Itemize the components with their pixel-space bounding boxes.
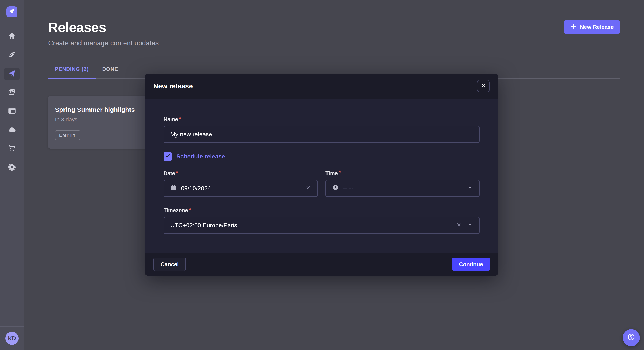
time-input[interactable]: --:-- <box>326 180 480 197</box>
schedule-release-row: Schedule release <box>164 152 480 161</box>
user-avatar[interactable]: KD <box>5 332 18 345</box>
sidebar-item-media[interactable] <box>4 86 20 99</box>
sidebar-item-pages[interactable] <box>4 105 20 118</box>
new-release-button[interactable]: New Release <box>564 20 620 34</box>
check-icon <box>165 153 170 160</box>
help-button[interactable] <box>623 329 640 346</box>
sidebar-footer: KD <box>0 326 24 350</box>
cancel-button[interactable]: Cancel <box>153 257 186 271</box>
time-field-group: Time* --:-- <box>326 170 480 197</box>
schedule-release-checkbox[interactable] <box>164 152 172 161</box>
date-time-row: Date* 09/10/2024 <box>164 170 480 197</box>
feather-icon <box>8 51 16 60</box>
timezone-clear-button[interactable] <box>456 222 462 229</box>
required-asterisk: * <box>179 116 181 122</box>
paper-plane-icon <box>8 69 16 79</box>
clear-x-icon <box>456 222 462 229</box>
close-icon <box>481 83 486 90</box>
page-subtitle: Create and manage content updates <box>48 39 159 47</box>
cloud-icon <box>8 126 16 135</box>
schedule-release-label[interactable]: Schedule release <box>176 153 225 160</box>
calendar-icon <box>170 184 177 192</box>
modal-header: New release <box>145 74 498 99</box>
required-asterisk: * <box>176 170 178 176</box>
date-clear-button[interactable] <box>306 185 311 192</box>
sidebar-item-content[interactable] <box>4 49 20 62</box>
date-input[interactable]: 09/10/2024 <box>164 180 318 197</box>
tab-pending[interactable]: PENDING (2) <box>48 66 96 78</box>
modal-body: Name* Schedule release Date* <box>145 99 498 253</box>
release-card-status-badge: EMPTY <box>55 130 80 140</box>
question-mark-icon <box>627 333 635 343</box>
time-placeholder: --:-- <box>343 185 354 192</box>
tab-done[interactable]: DONE <box>96 66 125 78</box>
workspace-logo-icon <box>6 6 18 18</box>
name-field-group: Name* <box>164 116 480 143</box>
time-label: Time* <box>326 170 480 176</box>
sidebar-item-cloud[interactable] <box>4 124 20 137</box>
sidebar-nav <box>0 24 24 326</box>
gear-icon <box>8 163 16 173</box>
page-header: Releases Create and manage content updat… <box>24 0 644 47</box>
modal-footer: Cancel Continue <box>145 253 498 276</box>
workspace-logo[interactable] <box>6 6 18 17</box>
close-button[interactable] <box>477 80 490 93</box>
window-layout-icon <box>8 107 16 116</box>
timezone-value: UTC+02:00 Europe/Paris <box>170 222 237 229</box>
required-asterisk: * <box>338 170 340 176</box>
caret-down-icon <box>468 185 473 192</box>
timezone-label: Timezone* <box>164 207 480 213</box>
caret-down-icon <box>468 222 473 229</box>
sidebar: KD <box>0 0 24 350</box>
required-asterisk: * <box>189 207 191 213</box>
plus-icon <box>570 23 576 31</box>
timezone-dropdown-button[interactable] <box>468 222 473 229</box>
sidebar-item-home[interactable] <box>4 30 20 43</box>
name-input[interactable] <box>170 131 473 138</box>
time-dropdown-button[interactable] <box>468 185 473 192</box>
date-label: Date* <box>164 170 318 176</box>
date-field-group: Date* 09/10/2024 <box>164 170 318 197</box>
cart-icon <box>8 144 16 154</box>
media-images-icon <box>8 88 16 98</box>
new-release-label: New Release <box>580 24 614 30</box>
clock-icon <box>332 184 338 192</box>
name-input-wrapper <box>164 126 480 143</box>
sidebar-item-settings[interactable] <box>4 161 20 174</box>
new-release-modal: New release Name* <box>145 74 498 276</box>
date-value: 09/10/2024 <box>181 185 211 192</box>
page-title: Releases <box>48 19 159 35</box>
timezone-field-group: Timezone* UTC+02:00 Europe/Paris <box>164 207 480 234</box>
timezone-input[interactable]: UTC+02:00 Europe/Paris <box>164 217 480 234</box>
modal-title: New release <box>153 82 193 90</box>
logo-section <box>0 0 24 24</box>
sidebar-item-shop[interactable] <box>4 143 20 155</box>
clear-x-icon <box>306 185 311 192</box>
sidebar-item-releases[interactable] <box>4 68 20 80</box>
name-label: Name* <box>164 116 480 123</box>
continue-button[interactable]: Continue <box>452 257 490 271</box>
home-icon <box>8 32 16 41</box>
